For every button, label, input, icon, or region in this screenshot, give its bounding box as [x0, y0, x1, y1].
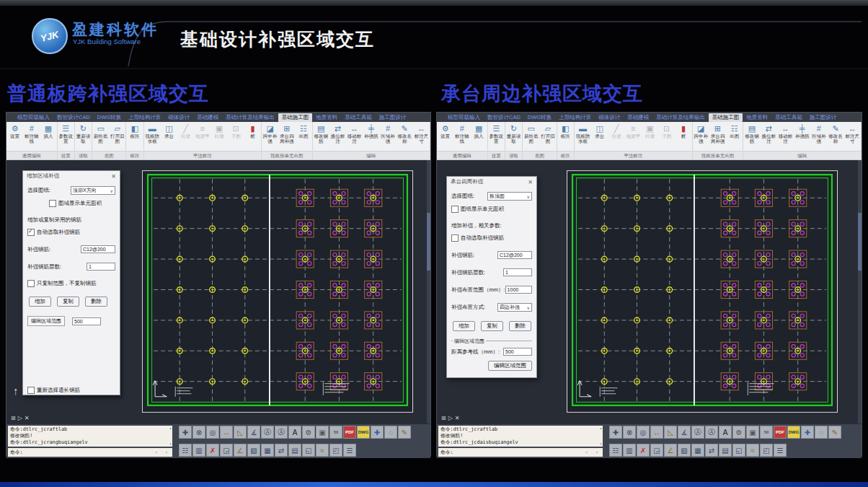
tab-8[interactable]: 基础施工图: [278, 113, 313, 122]
save-sheet-icon[interactable]: ◲: [220, 444, 233, 457]
tab-3[interactable]: DWG转换: [524, 113, 555, 122]
close-mark-icon[interactable]: ✕: [455, 415, 460, 421]
drawing-canvas[interactable]: [142, 170, 413, 413]
tab-7[interactable]: 基础计算及结果输出: [222, 113, 278, 122]
move-icon[interactable]: ✚: [371, 426, 384, 439]
ribbon-button[interactable]: ╪补强筋: [363, 124, 379, 139]
wrench-icon[interactable]: ⚙: [302, 426, 315, 439]
tab-9[interactable]: 地质资料: [743, 113, 771, 122]
ribbon-button[interactable]: ⚙设置: [437, 124, 453, 139]
ribbon-button[interactable]: #标注轴线: [23, 124, 40, 144]
layers-icon[interactable]: ▤: [719, 444, 732, 457]
ribbon-button[interactable]: ▬筏板防水板: [575, 124, 591, 144]
tab-7[interactable]: 基础计算及结果输出: [652, 113, 709, 122]
ribbon-button[interactable]: ↔移动标注: [346, 124, 363, 144]
ribbon-button[interactable]: ▣柱墩: [642, 124, 658, 139]
dwg-export-icon[interactable]: DWG: [787, 426, 800, 439]
vertical-scrollbar[interactable]: [427, 160, 430, 424]
tab-11[interactable]: 施工图设计: [806, 113, 841, 122]
save-sheet-icon[interactable]: ◲: [650, 444, 663, 457]
text-icon[interactable]: A: [288, 426, 301, 439]
ribbon-button[interactable]: ▱打开旧图: [539, 124, 556, 144]
measure-icon[interactable]: ↔: [220, 426, 233, 439]
dropdown[interactable]: 四边补强∨: [497, 303, 532, 312]
ribbon-button[interactable]: ☷出图: [726, 124, 743, 139]
polyline-icon[interactable]: ≈: [746, 444, 759, 457]
tab-5[interactable]: 砌体设计: [595, 113, 624, 122]
delete-button[interactable]: 删除: [509, 321, 531, 331]
table-icon[interactable]: ▦: [261, 444, 274, 457]
tab-1[interactable]: 模型荷载输入: [444, 113, 484, 122]
zoom-window-icon[interactable]: ◎: [637, 426, 650, 439]
ribbon-button[interactable]: ⇄换位标注: [329, 124, 346, 144]
tab-3[interactable]: DWG转换: [94, 113, 125, 122]
text-frame-icon[interactable]: Ⓐ: [705, 426, 718, 439]
plot-icon[interactable]: ☷: [609, 444, 622, 457]
tab-11[interactable]: 施工图设计: [376, 113, 410, 122]
grid-icon[interactable]: ⊞: [441, 415, 446, 421]
ribbon-button[interactable]: ⊡子图: [228, 124, 244, 139]
ribbon-button[interactable]: ╱拉梁: [177, 124, 194, 139]
text-input[interactable]: 500: [503, 348, 532, 356]
tab-2[interactable]: 数智设计CAD: [484, 113, 524, 122]
command-history[interactable]: 命令:dtlrc_jcraftlab修改钢筋!命令:dtlrc_jcdaisbu…: [438, 426, 603, 447]
checkbox[interactable]: [451, 234, 459, 242]
ribbon-button[interactable]: ↔移动标注: [777, 124, 794, 144]
select-window-icon[interactable]: ◱: [732, 444, 745, 457]
ribbon-button[interactable]: ▮桩: [244, 124, 261, 139]
scale-50-icon[interactable]: 50: [760, 426, 773, 439]
node-select-icon[interactable]: ◌: [384, 426, 397, 439]
hscroll-arrows-icon[interactable]: ‹ ›: [585, 448, 601, 457]
viewport-icon[interactable]: ◰: [329, 444, 342, 457]
dwg-export-icon[interactable]: DWG: [357, 426, 370, 439]
dropdown[interactable]: 顶部X方向∨: [71, 186, 115, 195]
snapshot-icon[interactable]: ▣: [746, 426, 759, 439]
ribbon-button[interactable]: #区域补强: [810, 124, 827, 144]
tab-2[interactable]: 数智设计CAD: [53, 113, 94, 122]
pan-icon[interactable]: ✚: [179, 426, 192, 439]
add-button[interactable]: 增加: [29, 297, 51, 307]
tab-10[interactable]: 基础工具箱: [771, 113, 806, 122]
copy-sheet-icon[interactable]: ▥: [192, 444, 205, 457]
measure-icon[interactable]: ↔: [650, 426, 663, 439]
scroll-down-icon[interactable]: ▾: [600, 442, 602, 446]
list-icon[interactable]: ☰: [774, 444, 787, 457]
delete-button[interactable]: 删除: [85, 297, 107, 307]
grid-icon[interactable]: ⊞: [11, 415, 16, 421]
ribbon-button[interactable]: ☷出图: [295, 124, 311, 139]
close-mark-icon[interactable]: ✕: [25, 415, 30, 421]
ribbon-button[interactable]: ▮桩: [675, 124, 691, 139]
select-window-icon[interactable]: ◱: [302, 444, 315, 457]
play-icon[interactable]: ▷: [448, 415, 453, 421]
ribbon-button[interactable]: ◫承台: [591, 124, 608, 139]
ribbon-button[interactable]: ◧板区: [557, 124, 574, 139]
scroll-up-icon[interactable]: ▴: [600, 426, 602, 430]
snapshot-icon[interactable]: ▣: [316, 426, 329, 439]
scrollbar-thumb[interactable]: [427, 213, 430, 271]
text-input[interactable]: 1000: [505, 286, 532, 294]
ribbon-button[interactable]: ▭新绘底图: [523, 124, 539, 144]
scroll-up-icon[interactable]: ▴: [169, 426, 172, 430]
ribbon-button[interactable]: ▤修改钢筋: [313, 124, 329, 144]
command-prompt[interactable]: 命令:‹ ›: [8, 448, 172, 457]
ribbon-button[interactable]: ↔标注尺寸: [844, 124, 861, 144]
checkbox[interactable]: [27, 229, 35, 236]
ribbon-button[interactable]: ▱打开旧图: [109, 124, 125, 144]
drawing-canvas[interactable]: [567, 170, 838, 413]
ribbon-button[interactable]: ≡地梁平: [625, 124, 642, 139]
ribbon-button[interactable]: ◧板区: [126, 124, 143, 139]
ribbon-button[interactable]: ✎修改名称: [827, 124, 843, 144]
ribbon-button[interactable]: ▤修改钢筋: [743, 124, 760, 144]
text-frame-icon[interactable]: Ⓐ: [275, 426, 288, 439]
ribbon-button[interactable]: ╱拉梁: [608, 124, 624, 139]
zoom-extents-icon[interactable]: ⊗: [623, 426, 636, 439]
ribbon-button[interactable]: ▦插入: [470, 124, 487, 139]
layers-icon[interactable]: ▤: [288, 444, 301, 457]
pdf-export-icon[interactable]: PDF: [774, 426, 787, 439]
ribbon-button[interactable]: #标注轴线: [453, 124, 470, 144]
text-style-icon[interactable]: Ⓐ: [261, 426, 274, 439]
scale-50-icon[interactable]: 50: [329, 426, 342, 439]
ribbon-button[interactable]: ⊞承台四周补强: [709, 124, 726, 144]
tab-9[interactable]: 地质资料: [312, 113, 341, 122]
checkbox[interactable]: [49, 200, 56, 207]
